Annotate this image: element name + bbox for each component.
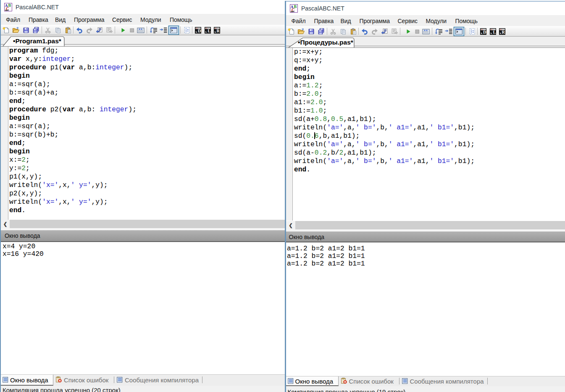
svg-text:L: L [493, 30, 496, 34]
svg-text:L: L [208, 29, 211, 33]
svg-text:R: R [502, 30, 505, 34]
svg-text:R: R [217, 29, 220, 33]
svg-text:D: D [198, 29, 201, 33]
svg-text:D: D [483, 30, 486, 34]
